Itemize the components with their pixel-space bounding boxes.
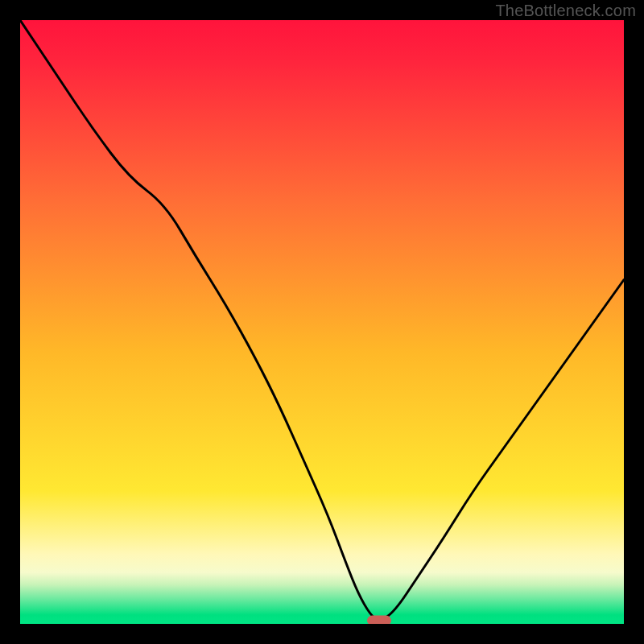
plot-canvas: [20, 20, 624, 624]
watermark-text: TheBottleneck.com: [495, 2, 636, 20]
chart-frame: TheBottleneck.com: [0, 0, 644, 644]
optimum-marker: [367, 616, 391, 624]
plot-area: [20, 20, 624, 624]
